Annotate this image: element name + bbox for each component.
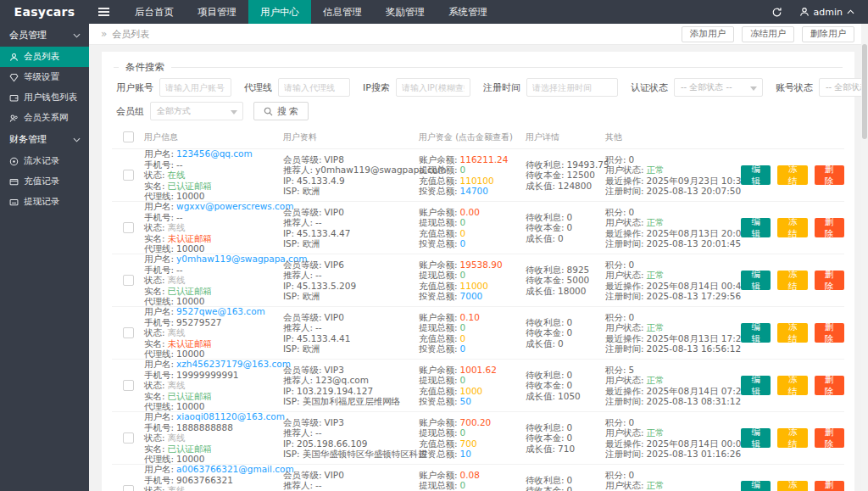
member-group-select[interactable]: 全部方式 — [150, 102, 243, 120]
invest-total-value[interactable]: 0 — [460, 343, 466, 354]
withdraw-total-value[interactable]: 0 — [460, 217, 466, 227]
row-checkbox[interactable] — [123, 485, 134, 491]
row-checkbox[interactable] — [123, 432, 134, 444]
edit-button[interactable]: 编辑 — [741, 376, 771, 395]
sidebar-group-members[interactable]: 会员管理 — [0, 24, 89, 47]
sidebar-item-flow-records[interactable]: 流水记录 — [0, 151, 89, 171]
auth-status-select[interactable]: -- 全部状态 -- — [674, 78, 763, 97]
username-link[interactable]: xzh456237179@163.com — [176, 359, 291, 369]
user-detail-cell: 待收利息:0 待收本金:0 成长值:0 — [526, 465, 605, 491]
admin-menu[interactable]: admin — [799, 7, 854, 18]
freeze-button[interactable]: 冻结 — [777, 428, 807, 448]
recharge-total-value[interactable]: 0 — [460, 228, 466, 238]
nav-item-projects[interactable]: 项目管理 — [186, 0, 248, 24]
sidebar-item-recharge-records[interactable]: 充值记录 — [0, 171, 89, 192]
nav-item-info[interactable]: 信息管理 — [311, 0, 374, 24]
delete-button[interactable]: 删除 — [815, 165, 844, 185]
other-cell: 积分:0 用户状态:正常 最近操作:2025年09月23日 10:37:39 注… — [605, 149, 741, 201]
sidebar-item-level-settings[interactable]: 等级设置 — [0, 67, 89, 87]
delete-button[interactable]: 删除 — [815, 376, 844, 395]
nav-item-rewards[interactable]: 奖励管理 — [374, 0, 437, 24]
nav-item-system[interactable]: 系统管理 — [437, 0, 499, 24]
row-checkbox[interactable] — [123, 222, 134, 233]
nav-item-user-center[interactable]: 用户中心 — [248, 0, 311, 24]
sidebar-item-member-list[interactable]: 会员列表 — [0, 47, 89, 67]
freeze-button[interactable]: 冻结 — [777, 218, 807, 237]
freeze-button[interactable]: 冻结 — [777, 376, 807, 395]
edit-button[interactable]: 编辑 — [741, 218, 771, 237]
delete-button[interactable]: 删除 — [815, 218, 844, 237]
recharge-total-value[interactable]: 1000 — [460, 386, 483, 396]
withdraw-total-value[interactable]: 0 — [460, 427, 466, 438]
scrollbar[interactable] — [861, 24, 868, 491]
edit-button[interactable]: 编辑 — [741, 428, 771, 448]
invest-total-value[interactable]: 14700 — [460, 186, 488, 196]
invest-total-value[interactable]: 50 — [460, 396, 471, 406]
balance-value[interactable]: 0.08 — [460, 470, 480, 480]
edit-button[interactable]: 编辑 — [741, 481, 771, 491]
row-checkbox[interactable] — [123, 380, 134, 391]
delete-button[interactable]: 删除 — [815, 323, 844, 343]
row-actions: 编辑 冻结 删除 — [741, 307, 844, 359]
row-checkbox[interactable] — [123, 275, 134, 286]
freeze-button[interactable]: 冻结 — [777, 481, 807, 491]
username-link[interactable]: a0063766321@gmail.com — [176, 464, 294, 474]
user-status-value: 正常 — [647, 270, 665, 280]
delete-button[interactable]: 删除 — [815, 481, 844, 491]
row-checkbox[interactable] — [123, 327, 134, 338]
delete-button[interactable]: 删除 — [815, 428, 844, 448]
delete-user-button[interactable]: 删除用户 — [802, 26, 854, 42]
username-link[interactable]: xiaoqi081120@163.com — [176, 411, 285, 421]
search-button[interactable]: 搜 索 — [253, 102, 309, 120]
member-group-label: 会员组 — [116, 105, 144, 118]
select-all-checkbox[interactable] — [123, 131, 134, 142]
hamburger-icon[interactable] — [89, 0, 118, 24]
agent-line-value: 10000 — [176, 454, 204, 464]
username-link[interactable]: 9527qwe@163.com — [176, 306, 265, 316]
balance-value[interactable]: 0.00 — [460, 207, 480, 217]
balance-value[interactable]: 0.10 — [460, 312, 480, 322]
invest-total-value[interactable]: 10 — [460, 449, 471, 459]
freeze-button[interactable]: 冻结 — [777, 323, 807, 343]
recharge-total-value[interactable]: 700 — [460, 438, 477, 449]
freeze-user-button[interactable]: 冻结用户 — [742, 26, 794, 42]
scrollbar-thumb[interactable] — [862, 44, 867, 139]
balance-value[interactable]: 116211.24 — [460, 154, 509, 165]
edit-button[interactable]: 编辑 — [741, 271, 771, 290]
sidebar-group-finance[interactable]: 财务管理 — [0, 128, 89, 151]
freeze-button[interactable]: 冻结 — [777, 165, 807, 185]
withdraw-total-value[interactable]: 0 — [460, 480, 466, 490]
sidebar-item-relations[interactable]: 会员关系网 — [0, 108, 89, 128]
invest-total-value[interactable]: 7000 — [460, 291, 483, 301]
withdraw-total-value[interactable]: 0 — [460, 375, 466, 385]
row-actions: 编辑 冻结 删除 — [741, 202, 844, 254]
sidebar-item-wallet-list[interactable]: 用户钱包列表 — [0, 87, 89, 108]
edit-button[interactable]: 编辑 — [741, 165, 771, 185]
username-link[interactable]: 123456@qq.com — [176, 148, 253, 159]
balance-value[interactable]: 19538.90 — [460, 259, 503, 270]
regtime-input[interactable] — [526, 78, 618, 97]
topbar: Easycars 后台首页 项目管理 用户中心 信息管理 奖励管理 系统管理 a… — [0, 0, 868, 24]
account-input[interactable] — [159, 78, 231, 97]
ip-input[interactable] — [396, 78, 470, 97]
invest-total-value[interactable]: 0 — [460, 238, 466, 248]
balance-value[interactable]: 700.20 — [460, 417, 492, 427]
sidebar-item-withdraw-records[interactable]: 提现记录 — [0, 192, 89, 212]
balance-value[interactable]: 1001.62 — [460, 365, 497, 375]
nav-item-dashboard[interactable]: 后台首页 — [123, 0, 186, 24]
username-link[interactable]: wgxxv@powerscrews.com — [176, 201, 293, 211]
agent-input[interactable] — [278, 78, 350, 97]
delete-button[interactable]: 删除 — [815, 271, 844, 290]
add-user-button[interactable]: 添加用户 — [682, 26, 734, 42]
withdraw-total-value[interactable]: 0 — [460, 270, 466, 280]
user-funds-cell: 账户余额:0.10 提现总额:0 充值总额:0 投资总额:0 — [419, 307, 526, 359]
recharge-total-value[interactable]: 110100 — [460, 176, 494, 186]
withdraw-total-value[interactable]: 0 — [460, 322, 466, 332]
recharge-total-value[interactable]: 0 — [460, 333, 466, 343]
refresh-icon[interactable] — [771, 7, 782, 18]
recharge-total-value[interactable]: 11000 — [460, 281, 488, 291]
row-checkbox[interactable] — [123, 170, 134, 181]
withdraw-total-value[interactable]: 0 — [460, 165, 466, 175]
freeze-button[interactable]: 冻结 — [777, 271, 807, 290]
edit-button[interactable]: 编辑 — [741, 323, 771, 343]
